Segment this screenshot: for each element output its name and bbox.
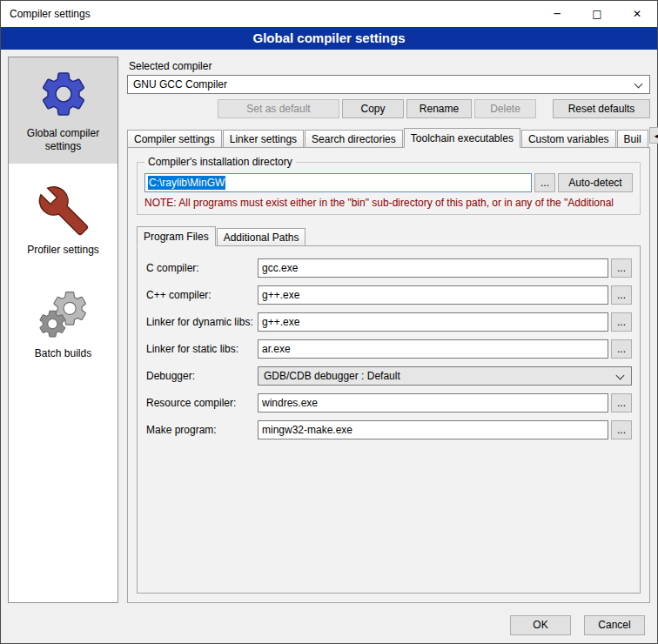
tab-toolchain-executables[interactable]: Toolchain executables [404,128,520,148]
set-as-default-button: Set as default [218,99,339,118]
tab-search-directories[interactable]: Search directories [305,130,403,147]
cpp-compiler-input[interactable] [258,285,608,305]
field-row-make-program: Make program: ... [146,420,632,439]
sidebar-item-label: Profiler settings [12,244,114,257]
make-program-input[interactable] [258,420,608,439]
sidebar-item-label: Global compiler settings [12,127,114,153]
sidebar-item-label: Batch builds [12,347,114,360]
global-compiler-gear-icon [37,68,90,120]
titlebar: Compiler settings ─ □ ✕ [1,1,657,27]
batch-builds-gears-icon [37,288,90,340]
copy-button[interactable]: Copy [342,99,404,118]
make-program-label: Make program: [146,424,258,436]
subtab-program-files[interactable]: Program Files [137,226,216,246]
field-row-cpp-compiler: C++ compiler: ... [146,285,632,305]
page-title: Global compiler settings [1,27,657,50]
sidebar-item-batch-builds[interactable]: Batch builds [9,278,118,371]
debugger-label: Debugger: [146,370,258,382]
main-panel: Selected compiler GNU GCC Compiler Set a… [127,57,650,603]
window-title: Compiler settings [1,8,91,20]
c-compiler-input[interactable] [258,258,608,278]
cpp-compiler-label: C++ compiler: [146,289,258,301]
tab-scroll-buttons: ◂ ▸ [649,127,658,144]
auto-detect-button[interactable]: Auto-detect [558,173,633,192]
chevron-down-icon [634,80,643,89]
field-row-static-linker: Linker for static libs: ... [146,339,632,359]
resource-compiler-label: Resource compiler: [146,397,258,409]
static-linker-label: Linker for static libs: [146,343,258,355]
installation-directory-browse-button[interactable]: ... [534,173,555,192]
field-row-c-compiler: C compiler: ... [146,258,632,278]
compiler-select[interactable]: GNU GCC Compiler [127,75,650,94]
compiler-select-value: GNU GCC Compiler [133,78,227,91]
static-linker-browse-button[interactable]: ... [611,339,632,359]
bin-subdirectory-note: NOTE: All programs must exist either in … [144,197,633,209]
dynamic-linker-label: Linker for dynamic libs: [146,316,258,328]
cancel-button[interactable]: Cancel [584,615,645,635]
field-row-dynamic-linker: Linker for dynamic libs: ... [146,312,632,332]
selected-compiler-label: Selected compiler [129,60,650,72]
program-files-panel: C compiler: ... C++ compiler: ... Linker… [137,245,641,594]
static-linker-input[interactable] [258,339,608,359]
tab-compiler-settings[interactable]: Compiler settings [127,130,222,147]
profiler-wrench-icon [37,184,90,237]
debugger-select[interactable]: GDB/CDB debugger : Default [258,366,632,386]
installation-directory-group-title: Compiler's installation directory [144,156,296,168]
window-controls: ─ □ ✕ [537,1,657,27]
compiler-actions: Set as default Copy Rename Delete Reset … [127,99,650,118]
installation-directory-group: Compiler's installation directory C:\ray… [137,162,641,215]
tab-linker-settings[interactable]: Linker settings [223,130,304,147]
program-files-tabstrip: Program Files Additional Paths [137,225,641,245]
dynamic-linker-input[interactable] [258,312,608,332]
tab-build-options[interactable]: Buil [617,130,648,147]
make-program-browse-button[interactable]: ... [611,420,632,439]
installation-directory-row: C:\raylib\MinGW ... Auto-detect [144,173,633,192]
toolchain-panel: Compiler's installation directory C:\ray… [127,147,650,603]
minimize-icon[interactable]: ─ [537,1,577,27]
cpp-compiler-browse-button[interactable]: ... [611,285,632,305]
sidebar-item-profiler-settings[interactable]: Profiler settings [9,174,118,267]
sidebar-item-global-compiler-settings[interactable]: Global compiler settings [9,57,118,164]
resource-compiler-input[interactable] [258,393,608,413]
dialog-body: Global compiler settings Profiler settin… [1,50,657,607]
tab-scroll-left-icon[interactable]: ◂ [649,127,658,144]
tab-custom-variables[interactable]: Custom variables [521,130,616,147]
installation-directory-value: C:\raylib\MinGW [148,176,225,190]
debugger-select-value: GDB/CDB debugger : Default [264,370,400,382]
dynamic-linker-browse-button[interactable]: ... [611,312,632,332]
field-row-resource-compiler: Resource compiler: ... [146,393,632,413]
resource-compiler-browse-button[interactable]: ... [611,393,632,413]
compiler-settings-window: Compiler settings ─ □ ✕ Global compiler … [0,0,658,644]
c-compiler-browse-button[interactable]: ... [611,258,632,278]
settings-tabstrip: Compiler settings Linker settings Search… [127,127,650,147]
rename-button[interactable]: Rename [406,99,472,118]
subtab-additional-paths[interactable]: Additional Paths [217,228,306,245]
reset-defaults-button[interactable]: Reset defaults [553,99,650,118]
close-icon[interactable]: ✕ [617,1,657,27]
field-row-debugger: Debugger: GDB/CDB debugger : Default [146,366,632,386]
delete-button: Delete [474,99,536,118]
installation-directory-input[interactable]: C:\raylib\MinGW [144,173,532,192]
dialog-footer: OK Cancel [1,607,657,643]
c-compiler-label: C compiler: [146,262,258,274]
maximize-icon[interactable]: □ [577,1,617,27]
ok-button[interactable]: OK [510,615,571,635]
chevron-down-icon [616,372,625,380]
settings-category-list: Global compiler settings Profiler settin… [8,57,118,603]
